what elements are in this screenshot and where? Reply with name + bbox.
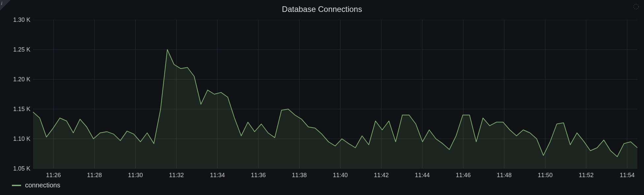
x-tick-label: 11:44 [415,172,430,179]
legend-label: connections [25,181,60,189]
x-tick-label: 11:38 [292,172,307,179]
x-tick-label: 11:48 [497,172,512,179]
x-tick-label: 11:42 [374,172,389,179]
x-tick-label: 11:28 [87,172,102,179]
y-tick-label: 1.10 K [13,136,30,142]
y-tick-label: 1.20 K [13,76,30,83]
y-tick-label: 1.05 K [13,165,30,172]
legend-swatch [12,185,21,186]
legend-item-connections[interactable]: connections [12,181,60,189]
y-tick-label: 1.30 K [13,17,30,23]
chart-plot-area[interactable] [33,20,637,169]
y-tick-label: 1.25 K [13,46,30,53]
panel-title[interactable]: Database Connections [0,5,644,14]
x-tick-label: 11:54 [620,172,634,179]
x-tick-label: 11:26 [46,172,61,179]
x-tick-label: 11:34 [210,172,225,179]
svg-point-0 [634,4,639,9]
chart-panel: i Database Connections 1.05 K1.10 K1.15 … [0,0,644,195]
x-tick-label: 11:46 [456,172,471,179]
x-tick-label: 11:52 [579,172,594,179]
x-tick-label: 11:36 [251,172,266,179]
x-tick-label: 11:50 [538,172,553,179]
x-tick-label: 11:30 [128,172,143,179]
x-tick-label: 11:40 [333,172,348,179]
y-tick-label: 1.15 K [13,106,30,113]
loading-spinner-icon [633,3,639,10]
x-tick-label: 11:32 [169,172,184,179]
